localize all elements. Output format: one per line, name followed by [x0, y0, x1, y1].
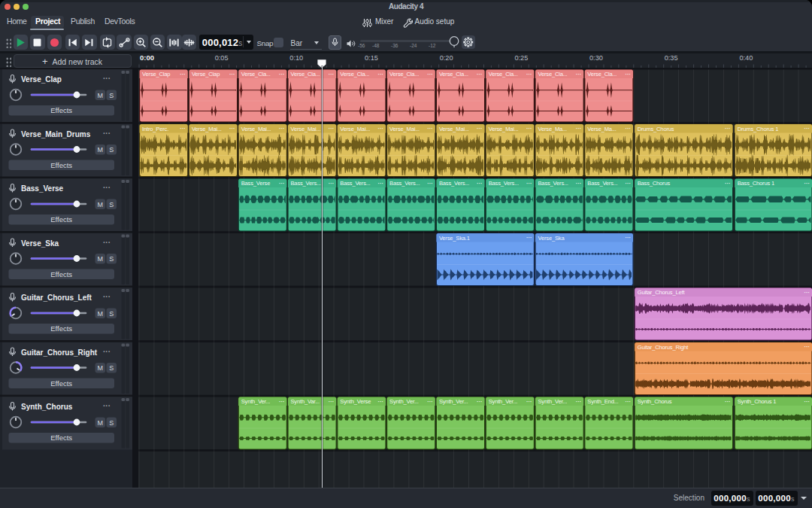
svg-text:···: ···	[526, 125, 532, 132]
svg-text:Verse_Mai...: Verse_Mai...	[489, 126, 519, 132]
svg-text:Verse_Ma...: Verse_Ma...	[587, 126, 616, 132]
svg-text:Verse_Ska: Verse_Ska	[538, 235, 565, 242]
svg-text:Guitar_Chorus_Right: Guitar_Chorus_Right	[21, 348, 98, 357]
svg-text:···: ···	[180, 125, 186, 132]
svg-text:Verse_Cla...: Verse_Cla...	[587, 71, 617, 78]
svg-text:···: ···	[804, 125, 810, 132]
svg-text:0:00: 0:00	[140, 53, 154, 62]
svg-text:···: ···	[427, 180, 433, 187]
svg-text:···: ···	[427, 71, 433, 78]
svg-text:Bass_Vers...: Bass_Vers...	[291, 180, 321, 187]
svg-text:Effects: Effects	[50, 161, 72, 169]
svg-text:Effects: Effects	[50, 324, 72, 333]
svg-text:Verse_Cla...: Verse_Cla...	[538, 71, 568, 78]
svg-text:···: ···	[180, 71, 186, 78]
svg-text:S: S	[109, 201, 114, 208]
svg-text:Verse_Clap: Verse_Clap	[142, 71, 170, 78]
svg-text:···: ···	[103, 239, 111, 247]
svg-text:···: ···	[526, 180, 532, 187]
svg-text:Verse_Cla...: Verse_Cla...	[291, 71, 320, 78]
svg-text:Bass_Chorus 1: Bass_Chorus 1	[738, 180, 774, 187]
svg-text:···: ···	[576, 71, 582, 78]
svg-text:Verse_Mai...: Verse_Mai...	[340, 126, 370, 132]
svg-text:Effects: Effects	[50, 106, 72, 114]
svg-text:Verse_Cla...: Verse_Cla...	[489, 71, 518, 78]
svg-text:Drums_Chorus 1: Drums_Chorus 1	[738, 126, 779, 132]
svg-text:···: ···	[427, 398, 433, 405]
svg-text:Verse_Ska.1: Verse_Ska.1	[439, 235, 470, 242]
svg-text:···: ···	[103, 75, 111, 83]
svg-text:···: ···	[576, 180, 582, 187]
svg-text:M: M	[97, 310, 103, 318]
svg-text:···: ···	[804, 289, 810, 296]
svg-text:···: ···	[427, 125, 433, 132]
svg-text:···: ···	[477, 180, 483, 187]
svg-text:···: ···	[378, 398, 384, 405]
svg-text:Synth_Ver...: Synth_Ver...	[489, 398, 518, 405]
svg-text:S: S	[109, 255, 114, 263]
svg-text:···: ···	[103, 129, 111, 138]
svg-text:Verse_Mai...: Verse_Mai...	[439, 126, 469, 132]
svg-text:Synth_Verse: Synth_Verse	[340, 398, 371, 405]
svg-text:M: M	[97, 419, 103, 427]
svg-text:Bass_Vers...: Bass_Vers...	[340, 180, 370, 187]
svg-text:Synth_Ver...: Synth_Ver...	[389, 398, 419, 405]
svg-text:M: M	[97, 255, 103, 263]
svg-text:Verse_Mai...: Verse_Mai...	[291, 126, 321, 132]
svg-text:Bass_Chorus: Bass_Chorus	[638, 180, 671, 187]
svg-text:···: ···	[626, 180, 632, 187]
svg-text:Verse_Ma...: Verse_Ma...	[538, 126, 567, 132]
svg-text:···: ···	[804, 180, 810, 187]
svg-text:Synth_Chorus: Synth_Chorus	[21, 403, 73, 411]
svg-text:Verse_Clap: Verse_Clap	[192, 71, 220, 78]
svg-text:Guitar_Chorus_Left: Guitar_Chorus_Left	[638, 289, 686, 296]
svg-text:Bass_Vers...: Bass_Vers...	[489, 180, 519, 187]
svg-text:Bass_Verse: Bass_Verse	[21, 184, 64, 193]
svg-text:···: ···	[229, 125, 235, 132]
svg-text:Synth_End...: Synth_End...	[587, 398, 618, 405]
svg-text:···: ···	[804, 343, 810, 350]
svg-text:S: S	[109, 310, 114, 318]
svg-text:Guitar_Chorus_Right: Guitar_Chorus_Right	[638, 344, 689, 351]
svg-text:Verse_Clap: Verse_Clap	[21, 75, 62, 84]
svg-text:Effects: Effects	[50, 433, 72, 442]
svg-text:Effects: Effects	[50, 270, 72, 278]
svg-text:Synth_Chorus: Synth_Chorus	[638, 398, 672, 405]
svg-text:···: ···	[329, 71, 335, 78]
svg-text:Bass_Vers...: Bass_Vers...	[439, 180, 469, 187]
svg-text:···: ···	[103, 348, 111, 356]
svg-text:···: ···	[477, 125, 483, 132]
svg-text:Verse_Cla...: Verse_Cla...	[389, 71, 419, 78]
svg-text:Synth_Ver...: Synth_Ver...	[241, 398, 271, 405]
svg-text:S: S	[109, 364, 114, 372]
svg-text:···: ···	[279, 125, 285, 132]
svg-text:···: ···	[576, 398, 582, 405]
svg-text:···: ···	[626, 125, 632, 132]
svg-text:···: ···	[477, 71, 483, 78]
svg-text:0:20: 0:20	[440, 54, 453, 62]
svg-text:Verse_Cla...: Verse_Cla...	[340, 71, 369, 78]
svg-text:···: ···	[329, 398, 335, 405]
svg-text:S: S	[109, 146, 114, 154]
svg-text:0:25: 0:25	[514, 54, 528, 62]
svg-text:Effects: Effects	[50, 379, 72, 388]
svg-text:···: ···	[576, 125, 582, 132]
svg-text:S: S	[109, 419, 114, 427]
svg-text:0:35: 0:35	[665, 54, 678, 62]
svg-text:···: ···	[103, 184, 111, 192]
svg-text:···: ···	[329, 180, 335, 187]
svg-text:Verse_Mai...: Verse_Mai...	[241, 126, 271, 132]
svg-text:Drums_Chorus: Drums_Chorus	[638, 126, 674, 132]
svg-text:···: ···	[229, 71, 235, 78]
svg-text:Verse_Main_Drums: Verse_Main_Drums	[21, 130, 91, 138]
svg-text:···: ···	[279, 71, 285, 78]
svg-text:Bass_Verse: Bass_Verse	[241, 180, 271, 187]
svg-text:M: M	[97, 364, 103, 372]
svg-text:···: ···	[103, 293, 111, 301]
svg-text:···: ···	[804, 398, 810, 405]
svg-text:Synth_Var...: Synth_Var...	[291, 398, 320, 405]
svg-text:···: ···	[103, 402, 111, 410]
svg-text:···: ···	[725, 180, 731, 187]
svg-text:Synth_Chorus 1: Synth_Chorus 1	[738, 398, 777, 405]
svg-text:0:15: 0:15	[365, 54, 378, 62]
